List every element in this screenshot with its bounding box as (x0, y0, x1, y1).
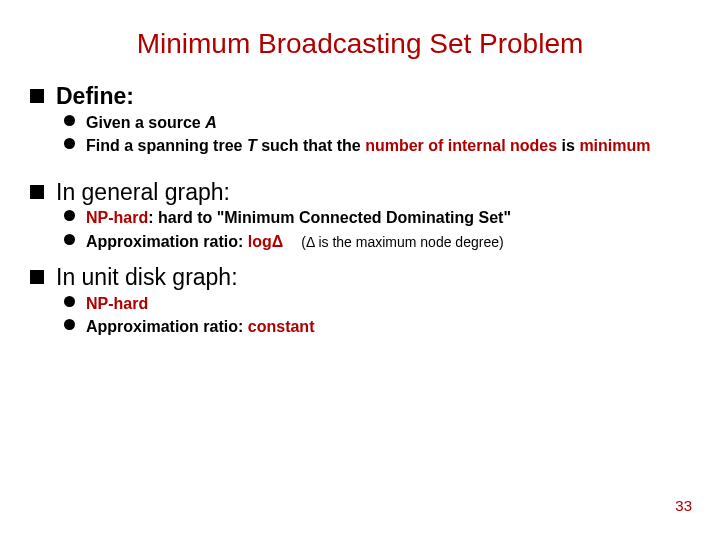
udg-nphard: NP-hard (64, 293, 690, 315)
define-list: Given a source A Find a spanning tree T … (30, 112, 690, 158)
page-number: 33 (675, 497, 692, 514)
define-source: Given a source A (64, 112, 690, 134)
slide-title: Minimum Broadcasting Set Problem (30, 28, 690, 60)
general-np-post: : hard to "Minimum Connected Dominating … (148, 209, 511, 226)
section-udg-heading: In unit disk graph: (30, 263, 690, 292)
general-np-pre: NP-hard (86, 209, 148, 226)
define-span-post1: is (557, 137, 579, 154)
define-span-pre: Find a spanning tree (86, 137, 247, 154)
general-ar-label: Approximation ratio: (86, 233, 248, 250)
section-udg-text: In unit disk graph: (56, 264, 238, 290)
udg-approx: Approximation ratio: constant (64, 316, 690, 338)
define-source-pre: Given a source (86, 114, 205, 131)
section-define-heading: Define: (30, 82, 690, 111)
define-span-var: T (247, 137, 257, 154)
udg-list: NP-hard Approximation ratio: constant (30, 293, 690, 339)
section-define-text: Define: (56, 83, 134, 109)
define-span-red2: minimum (579, 137, 650, 154)
general-approx: Approximation ratio: logΔ(Δ is the maxim… (64, 231, 690, 253)
define-spanning: Find a spanning tree T such that the num… (64, 135, 690, 157)
general-ar-value: logΔ (248, 233, 284, 250)
slide: Minimum Broadcasting Set Problem Define:… (0, 0, 720, 540)
define-source-var: A (205, 114, 217, 131)
udg-ar-label: Approximation ratio: (86, 318, 248, 335)
general-ar-note: (Δ is the maximum node degree) (301, 234, 503, 250)
general-list: NP-hard: hard to "Minimum Connected Domi… (30, 207, 690, 253)
udg-ar-value: constant (248, 318, 315, 335)
section-general-heading: In general graph: (30, 178, 690, 207)
general-nphard: NP-hard: hard to "Minimum Connected Domi… (64, 207, 690, 229)
udg-np: NP-hard (86, 295, 148, 312)
section-general-text: In general graph: (56, 179, 230, 205)
define-span-red1: number of internal nodes (365, 137, 557, 154)
define-span-mid: such that the (257, 137, 365, 154)
